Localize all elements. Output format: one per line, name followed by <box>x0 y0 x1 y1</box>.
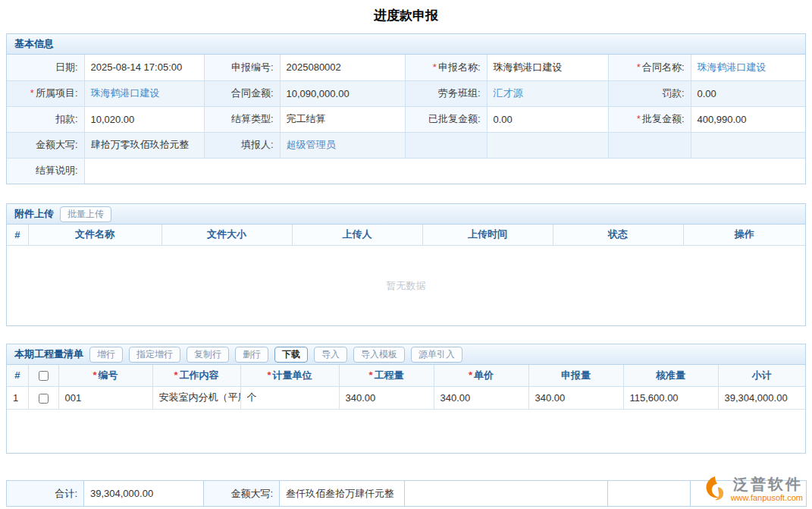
field-filler-value: 超级管理员 <box>280 132 405 158</box>
field-contract-name-label-text: 合同名称: <box>642 61 685 73</box>
download-button[interactable]: 下载 <box>274 347 308 363</box>
attachments-empty-state: 暂无数据 <box>7 246 805 327</box>
field-declaration-no-value-text: 2025080002 <box>287 61 341 73</box>
import-button[interactable]: 导入 <box>314 347 347 363</box>
field-declaration-no-label-text: 申报编号: <box>231 61 274 73</box>
col-unit: *计量单位 <box>240 365 339 386</box>
row-approved-qty: 115,600.00 <box>623 386 718 409</box>
batch-upload-button[interactable]: 批量上传 <box>60 206 111 222</box>
basic-info-section: 基本信息 日期: 2025-08-14 17:05:00 申报编号: 20250… <box>6 33 806 184</box>
col-unit-price: *单价 <box>434 365 528 386</box>
quantity-table-empty-space <box>7 410 805 453</box>
delete-row-button[interactable]: 删行 <box>235 347 268 363</box>
col-declared-qty-text: 申报量 <box>561 369 591 381</box>
field-approved-done-amount-label: 已批复金额: <box>405 106 487 132</box>
field-filler-label: 填报人: <box>204 132 280 158</box>
field-contract-amount-label: 合同金额: <box>204 80 280 106</box>
row-unit[interactable]: 个 <box>240 386 339 409</box>
col-subtotal-text: 小计 <box>752 369 772 381</box>
col-index: # <box>7 225 28 245</box>
assign-add-row-button[interactable]: 指定增行 <box>129 347 180 363</box>
basic-info-row: 结算说明: <box>7 158 805 184</box>
field-filler-label-text: 填报人: <box>241 139 274 150</box>
row-subtotal: 39,304,000.00 <box>718 386 805 409</box>
row-unit-price[interactable]: 340.00 <box>434 386 528 409</box>
total-label: 合计: <box>7 481 84 507</box>
field-approved-done-amount-label-text: 已批复金额: <box>428 113 481 124</box>
col-actions: 操作 <box>683 225 805 245</box>
field-project-label-text: 所属项目: <box>36 87 78 99</box>
col-approved-qty-text: 核准量 <box>656 369 685 381</box>
required-mark: * <box>433 61 437 73</box>
col-index: # <box>7 365 28 386</box>
field-deduction-label-text: 扣款: <box>55 113 78 124</box>
labor-team-link[interactable]: 汇才源 <box>494 87 523 99</box>
field-declaration-name-value: 珠海鹤港口建设 <box>487 55 608 80</box>
source-import-button[interactable]: 源单引入 <box>411 347 462 363</box>
row-code[interactable]: 001 <box>58 386 152 409</box>
summary-row: 合计: 39,304,000.00 金额大写: 叁仟玖佰叁拾万肆仟元整 <box>7 481 807 507</box>
add-row-button[interactable]: 增行 <box>89 347 123 363</box>
field-contract-name-label: *合同名称: <box>608 55 691 80</box>
contract-name-link[interactable]: 珠海鹤港口建设 <box>698 61 767 73</box>
field-date-value-text: 2025-08-14 17:05:00 <box>91 61 183 73</box>
field-contract-amount-value: 10,090,000.00 <box>280 80 405 106</box>
empty-label-cell <box>608 132 691 158</box>
required-mark: * <box>174 369 177 381</box>
field-declaration-name-label: *申报名称: <box>405 55 487 80</box>
basic-info-row: 金额大写: 肆拾万零玖佰玖拾元整 填报人: 超级管理员 <box>7 132 805 158</box>
field-penalty-value-text: 0.00 <box>698 88 716 99</box>
col-file-size: 文件大小 <box>161 225 292 245</box>
project-link[interactable]: 珠海鹤港口建设 <box>91 87 160 99</box>
required-mark: * <box>267 369 271 381</box>
filler-link[interactable]: 超级管理员 <box>287 139 336 150</box>
field-amount-words-label-text: 金额大写: <box>36 139 78 150</box>
page-title: 进度款申报 <box>0 0 812 33</box>
field-settlement-type-label-text: 结算类型: <box>231 113 274 124</box>
basic-info-header: 基本信息 <box>7 34 805 55</box>
quantity-list-header: 本期工程量清单 增行 指定增行 复制行 删行 下载 导入 导入模板 源单引入 <box>7 344 805 365</box>
row-checkbox[interactable] <box>39 394 49 404</box>
col-status: 状态 <box>553 225 683 245</box>
field-approval-amount-label-text: 批复金额: <box>642 113 685 124</box>
required-mark: * <box>637 113 641 124</box>
brand-url: www.fanpusoft.com <box>731 493 803 503</box>
import-template-button[interactable]: 导入模板 <box>353 347 405 363</box>
row-work-content[interactable]: 安装室内分机（平层... <box>152 386 240 409</box>
row-quantity[interactable]: 340.00 <box>339 386 434 409</box>
basic-info-row: 日期: 2025-08-14 17:05:00 申报编号: 2025080002… <box>7 55 805 80</box>
col-upload-time: 上传时间 <box>422 225 553 245</box>
fanpu-logo-icon <box>703 475 727 502</box>
summary-table: 合计: 39,304,000.00 金额大写: 叁仟玖佰叁拾万肆仟元整 <box>6 480 807 507</box>
required-mark: * <box>30 87 34 99</box>
attachments-title: 附件上传 <box>14 207 54 221</box>
basic-info-row: *所属项目: 珠海鹤港口建设 合同金额: 10,090,000.00 劳务班组:… <box>7 80 805 106</box>
field-approval-amount-value-text: 400,990.00 <box>698 114 747 125</box>
field-settlement-type-value: 完工结算 <box>280 106 405 132</box>
fanpu-logo: 泛普软件 www.fanpusoft.com <box>703 475 803 503</box>
col-work-content-text: 工作内容 <box>180 369 219 381</box>
quantity-header-row: # *编号 *工作内容 *计量单位 *工程量 *单价 申报量 核准量 小计 <box>7 365 805 386</box>
copy-row-button[interactable]: 复制行 <box>187 347 229 363</box>
field-settlement-type-value-text: 完工结算 <box>287 113 326 124</box>
empty-value-cell <box>691 132 805 158</box>
col-declared-qty: 申报量 <box>528 365 623 386</box>
col-approved-qty: 核准量 <box>623 365 718 386</box>
field-date-label-text: 日期: <box>55 61 78 73</box>
row-declared-qty[interactable]: 340.00 <box>528 386 623 409</box>
attachments-header: 附件上传 批量上传 <box>7 204 805 225</box>
field-approved-done-amount-value-text: 0.00 <box>494 114 513 125</box>
field-amount-words-label: 金额大写: <box>7 132 84 158</box>
basic-info-title: 基本信息 <box>14 37 54 51</box>
col-file-name: 文件名称 <box>28 225 161 245</box>
field-project-label: *所属项目: <box>7 80 84 106</box>
select-all-checkbox[interactable] <box>39 371 49 381</box>
field-declaration-no-value: 2025080002 <box>280 55 405 80</box>
col-quantity: *工程量 <box>339 365 434 386</box>
field-penalty-label-text: 罚款: <box>662 87 685 99</box>
field-contract-name-value: 珠海鹤港口建设 <box>691 55 805 80</box>
field-contract-amount-label-text: 合同金额: <box>231 87 274 99</box>
field-settlement-note-label-text: 结算说明: <box>36 165 78 176</box>
col-code: *编号 <box>58 365 152 386</box>
col-subtotal: 小计 <box>718 365 805 386</box>
